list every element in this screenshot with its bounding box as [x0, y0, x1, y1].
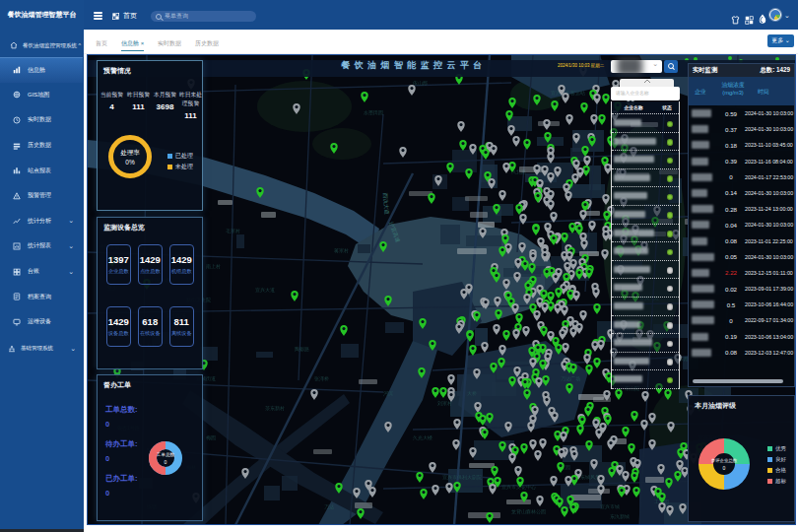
svg-text:宜兴大道: 宜兴大道 [255, 287, 275, 293]
svg-text:毛家村: 毛家村 [226, 228, 240, 234]
svg-text:万达: 万达 [324, 503, 334, 509]
svg-text:东氿新城: 东氿新城 [610, 513, 630, 519]
svg-text:刘家村: 刘家村 [437, 400, 452, 407]
svg-text:张泽桥: 张泽桥 [314, 375, 329, 382]
svg-text:龙背山森林公园: 龙背山森林公园 [511, 508, 546, 515]
svg-text:宜兴市保利大剧院: 宜兴市保利大剧院 [442, 474, 482, 481]
svg-text:0: 0 [165, 459, 167, 465]
svg-text:工单总数: 工单总数 [157, 451, 175, 457]
svg-text:茶东新村: 茶东新村 [265, 405, 285, 412]
svg-text:东城风景: 东城风景 [580, 474, 600, 480]
svg-text:宜兴市城: 宜兴市城 [600, 503, 620, 509]
svg-text:梅园: 梅园 [206, 434, 216, 441]
svg-text:万达广场: 万达广场 [561, 375, 580, 382]
svg-text:水墨田园: 水墨田园 [364, 109, 383, 116]
svg-text:久光大楼: 久光大楼 [413, 434, 432, 441]
svg-text:陶都路: 陶都路 [295, 346, 309, 353]
svg-text:参评企业总数: 参评企业总数 [711, 458, 738, 463]
svg-text:0: 0 [723, 465, 726, 471]
svg-text:河滨: 河滨 [383, 390, 393, 397]
svg-text:大桥: 大桥 [467, 390, 477, 396]
svg-text:蒋家村: 蒋家村 [334, 247, 349, 254]
svg-text:0%: 0% [125, 159, 135, 166]
svg-text:处理率: 处理率 [120, 149, 140, 157]
svg-text:南上村: 南上村 [206, 263, 221, 270]
